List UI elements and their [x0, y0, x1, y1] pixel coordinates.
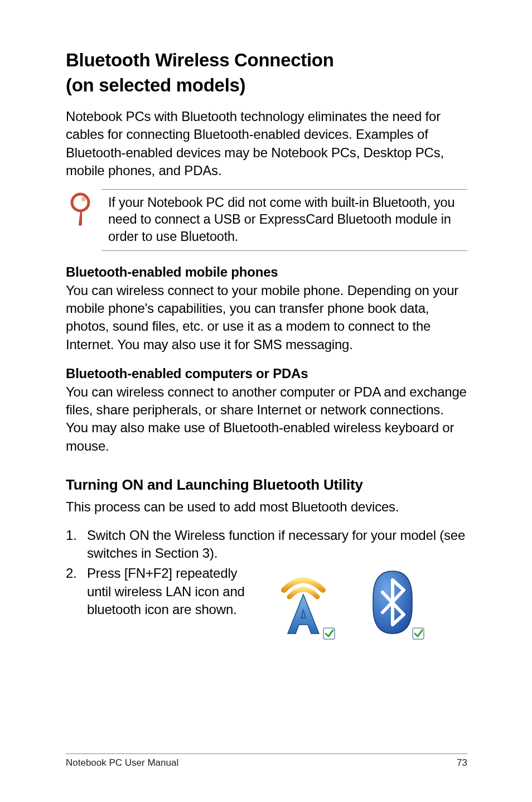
section-computers-pdas: Bluetooth-enabled computers or PDAs You … — [66, 365, 467, 455]
utility-intro: This process can be used to add most Blu… — [66, 498, 467, 516]
page-footer: Notebook PC User Manual 73 — [66, 753, 467, 769]
note-text: If your Notebook PC did not come with bu… — [108, 194, 467, 245]
note-block: If your Notebook PC did not come with bu… — [66, 189, 467, 252]
svg-point-0 — [72, 194, 89, 211]
bluetooth-icon — [359, 568, 426, 645]
step-number: 2. — [66, 564, 87, 645]
section-body-mobile: You can wireless connect to your mobile … — [66, 283, 458, 352]
step-text: Press [FN+F2] repeatedly until wireless … — [87, 564, 254, 619]
svg-point-1 — [81, 197, 86, 201]
footer-title: Notebook PC User Manual — [66, 757, 178, 769]
step-icons — [254, 564, 426, 645]
page-heading: Bluetooth Wireless Connection (on select… — [66, 48, 467, 98]
section-title-mobile: Bluetooth-enabled mobile phones — [66, 263, 467, 281]
list-item: 1. Switch ON the Wireless function if ne… — [66, 526, 467, 563]
heading-line-1: Bluetooth Wireless Connection — [66, 50, 334, 70]
footer-page-number: 73 — [457, 757, 467, 769]
wireless-lan-icon — [270, 568, 337, 645]
list-item: 2. Press [FN+F2] repeatedly until wirele… — [66, 564, 467, 645]
steps-list: 1. Switch ON the Wireless function if ne… — [66, 526, 467, 645]
utility-heading: Turning ON and Launching Bluetooth Utili… — [66, 476, 467, 494]
heading-line-2: (on selected models) — [66, 75, 245, 95]
step-number: 1. — [66, 526, 87, 563]
step-text: Switch ON the Wireless function if neces… — [87, 526, 467, 563]
section-body-pdas: You can wireless connect to another comp… — [66, 384, 467, 453]
note-text-container: If your Notebook PC did not come with bu… — [101, 189, 467, 252]
intro-paragraph: Notebook PCs with Bluetooth technology e… — [66, 108, 467, 180]
section-mobile-phones: Bluetooth-enabled mobile phones You can … — [66, 263, 467, 354]
section-title-pdas: Bluetooth-enabled computers or PDAs — [66, 365, 467, 383]
magnifier-pin-icon — [66, 189, 101, 229]
